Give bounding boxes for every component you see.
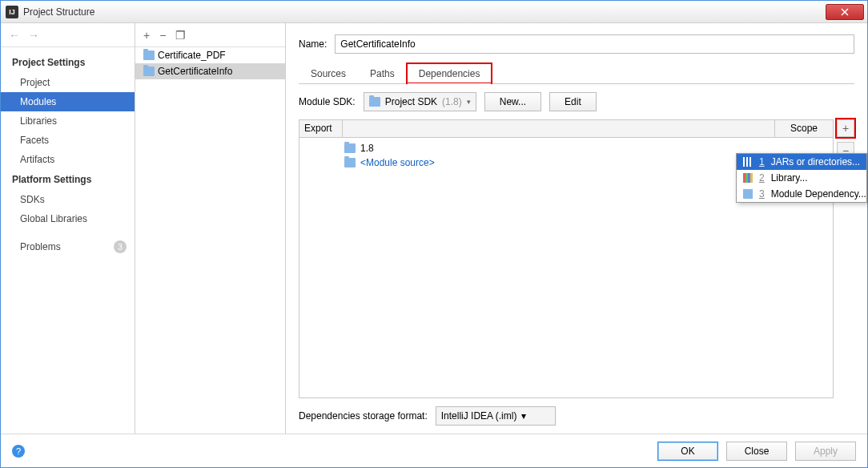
module-sdk-select[interactable]: Project SDK (1.8) ▾ <box>364 92 476 111</box>
sdk-version: (1.8) <box>442 96 462 107</box>
app-icon: IJ <box>6 6 18 18</box>
tree-toolbar: + − ❐ <box>135 23 285 47</box>
dialog-footer: ? OK Close Apply <box>1 434 867 467</box>
ok-button[interactable]: OK <box>657 442 718 461</box>
new-sdk-button[interactable]: New... <box>484 92 541 111</box>
close-button[interactable]: Close <box>726 442 787 461</box>
sdk-icon <box>369 97 380 107</box>
sidebar-item-global-libraries[interactable]: Global Libraries <box>1 209 135 228</box>
sdk-value: Project SDK <box>385 96 437 107</box>
add-dependency-popup: 1 JARs or directories... 2 Library... 3 … <box>736 153 867 203</box>
tabs: Sources Paths Dependencies <box>299 63 854 84</box>
tab-dependencies[interactable]: Dependencies <box>407 63 492 83</box>
popup-item-library[interactable]: 2 Library... <box>737 170 866 186</box>
dependency-label: <Module source> <box>360 157 435 168</box>
library-icon <box>743 173 753 183</box>
add-dependency-button[interactable]: + <box>837 119 854 137</box>
popup-shortcut: 2 <box>759 172 765 184</box>
storage-format-select[interactable]: IntelliJ IDEA (.iml) ▾ <box>436 406 556 426</box>
module-icon <box>143 50 155 60</box>
dependency-label: 1.8 <box>360 143 374 154</box>
column-export: Export <box>299 120 343 137</box>
popup-item-module-dependency[interactable]: 3 Module Dependency... <box>737 186 866 202</box>
popup-shortcut: 1 <box>759 156 765 167</box>
close-window-button[interactable] <box>826 4 864 20</box>
remove-module-icon[interactable]: − <box>159 29 166 42</box>
tab-sources[interactable]: Sources <box>299 63 358 83</box>
project-structure-window: IJ Project Structure ← → Project Setting… <box>0 0 868 468</box>
add-module-icon[interactable]: + <box>143 29 150 42</box>
close-icon <box>841 8 849 16</box>
tree-item-label: Certificate_PDF <box>158 50 226 61</box>
module-tree-panel: + − ❐ Certificate_PDF GetCertificateInfo <box>135 23 286 434</box>
column-name <box>343 120 775 137</box>
help-button[interactable]: ? <box>12 445 25 458</box>
source-folder-icon <box>344 158 356 167</box>
sidebar-item-artifacts[interactable]: Artifacts <box>1 150 135 169</box>
storage-value: IntelliJ IDEA (.iml) <box>441 410 517 422</box>
jar-icon <box>743 157 753 167</box>
sidebar-item-project[interactable]: Project <box>1 73 135 92</box>
sidebar-item-modules[interactable]: Modules <box>1 92 135 111</box>
sidebar-item-problems[interactable]: Problems 3 <box>1 236 135 257</box>
dialog-body: ← → Project Settings Project Modules Lib… <box>1 23 867 434</box>
main-panel: Name: Sources Paths Dependencies Module … <box>286 23 867 434</box>
sidebar-heading-project-settings: Project Settings <box>1 52 135 73</box>
popup-label: Library... <box>771 172 808 184</box>
sdk-folder-icon <box>344 143 356 153</box>
storage-row: Dependencies storage format: IntelliJ ID… <box>299 398 854 434</box>
sidebar-item-libraries[interactable]: Libraries <box>1 111 135 131</box>
sidebar-heading-platform-settings: Platform Settings <box>1 169 135 190</box>
nav-forward-icon[interactable]: → <box>28 29 39 42</box>
popup-label: Module Dependency... <box>771 188 866 200</box>
dependencies-header: Export Scope <box>299 120 833 138</box>
window-title: Project Structure <box>23 6 826 18</box>
sidebar-nav: ← → <box>1 23 135 47</box>
chevron-down-icon: ▾ <box>521 410 526 422</box>
sidebar-item-facets[interactable]: Facets <box>1 131 135 150</box>
sidebar-item-label: Problems <box>20 241 61 252</box>
sidebar: ← → Project Settings Project Modules Lib… <box>1 23 135 434</box>
sidebar-list: Project Settings Project Modules Librari… <box>1 47 135 434</box>
nav-back-icon[interactable]: ← <box>9 29 20 42</box>
module-dep-icon <box>743 189 753 199</box>
edit-sdk-button[interactable]: Edit <box>549 92 597 111</box>
sdk-label: Module SDK: <box>299 96 356 107</box>
apply-button: Apply <box>795 442 856 461</box>
titlebar: IJ Project Structure <box>1 1 867 23</box>
module-icon <box>143 67 155 76</box>
popup-item-jars[interactable]: 1 JARs or directories... <box>737 154 866 170</box>
tree-item[interactable]: Certificate_PDF <box>135 47 285 63</box>
name-label: Name: <box>299 38 327 50</box>
sidebar-item-sdks[interactable]: SDKs <box>1 190 135 209</box>
tree-item[interactable]: GetCertificateInfo <box>135 63 285 79</box>
popup-label: JARs or directories... <box>771 156 860 167</box>
copy-module-icon[interactable]: ❐ <box>175 29 186 42</box>
sdk-row: Module SDK: Project SDK (1.8) ▾ New... E… <box>299 92 854 111</box>
tree-item-label: GetCertificateInfo <box>158 66 232 77</box>
name-row: Name: <box>299 34 854 54</box>
module-tree: Certificate_PDF GetCertificateInfo <box>135 47 285 434</box>
storage-label: Dependencies storage format: <box>299 410 428 422</box>
column-scope: Scope <box>775 120 833 137</box>
chevron-down-icon: ▾ <box>467 98 471 106</box>
tab-paths[interactable]: Paths <box>358 63 407 83</box>
module-name-input[interactable] <box>335 34 854 54</box>
problems-count-badge: 3 <box>114 240 127 253</box>
popup-shortcut: 3 <box>759 188 765 200</box>
